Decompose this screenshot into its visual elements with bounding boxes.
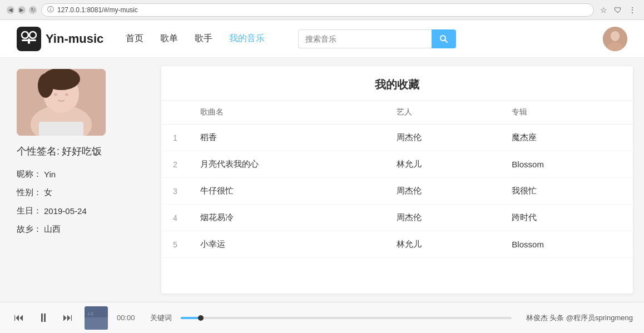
cell-artist: 林允儿: [385, 231, 501, 258]
info-value-nickname: Yin: [44, 170, 56, 179]
table-row[interactable]: 1 稻香 周杰伦 魔杰座: [161, 125, 633, 151]
info-row-hometown: 故乡： 山西: [17, 224, 145, 235]
play-pause-button[interactable]: ⏸: [36, 310, 51, 326]
navbar: Yin-music 首页 歌单 歌手 我的音乐: [0, 20, 644, 58]
player-progress[interactable]: [181, 317, 512, 319]
logo: Yin-music: [17, 27, 103, 51]
col-header-no: [161, 101, 189, 125]
col-header-album: 专辑: [501, 101, 633, 125]
search-input[interactable]: [298, 29, 432, 48]
nav-artist[interactable]: 歌手: [195, 33, 212, 44]
address-bar[interactable]: ⓘ 127.0.0.1:8081/#/my-music: [41, 3, 594, 17]
profile-avatar-image: [17, 69, 106, 136]
info-value-birthday: 2019-05-24: [44, 206, 87, 216]
cell-artist: 林允儿: [385, 151, 501, 178]
cell-album: Blossom: [501, 231, 633, 258]
forward-button[interactable]: ▶: [18, 6, 26, 14]
info-label-gender: 性别：: [17, 187, 42, 198]
info-label-birthday: 生日：: [17, 206, 42, 216]
cell-no: 3: [161, 178, 189, 205]
avatar-area: [603, 27, 627, 51]
svg-rect-3: [22, 39, 36, 41]
lock-icon: ⓘ: [47, 5, 54, 14]
svg-rect-18: [39, 122, 83, 136]
nav-links: 首页 歌单 歌手 我的音乐: [126, 33, 265, 44]
cell-artist: 周杰伦: [385, 125, 501, 151]
signature-bar: 个性签名: 好好吃饭: [17, 145, 145, 158]
progress-dot: [198, 315, 204, 321]
cell-song: 牛仔很忙: [189, 178, 385, 205]
cell-artist: 周杰伦: [385, 178, 501, 205]
cell-song: 月亮代表我的心: [189, 151, 385, 178]
cell-no: 2: [161, 151, 189, 178]
profile-panel: 个性签名: 好好吃饭 昵称： Yin 性别： 女 生日： 2019-05-24 …: [0, 58, 161, 302]
signature-label: 个性签名:: [17, 145, 60, 158]
nav-playlist[interactable]: 歌单: [160, 33, 178, 44]
progress-bar[interactable]: [181, 317, 512, 319]
player-right-info: 林俊杰 头条 @程序员springmeng: [526, 313, 633, 323]
avatar-image: [603, 27, 627, 51]
main-content: 个性签名: 好好吃饭 昵称： Yin 性别： 女 生日： 2019-05-24 …: [0, 58, 644, 302]
player-song-label: 关键词: [150, 313, 172, 323]
player-time: 00:00: [117, 314, 139, 322]
table-header-row: 歌曲名 艺人 专辑: [161, 101, 633, 125]
svg-point-16: [54, 93, 57, 96]
svg-point-0: [22, 32, 28, 38]
svg-point-15: [38, 73, 53, 98]
svg-point-9: [611, 31, 620, 41]
logo-icon: [17, 27, 41, 51]
table-row[interactable]: 4 烟花易冷 周杰伦 跨时代: [161, 205, 633, 231]
svg-text:♪♫: ♪♫: [87, 311, 93, 316]
nav-my-music[interactable]: 我的音乐: [229, 33, 265, 44]
cell-no: 5: [161, 231, 189, 258]
svg-rect-20: [85, 317, 108, 330]
cell-album: 我很忙: [501, 178, 633, 205]
cell-no: 4: [161, 205, 189, 231]
star-icon[interactable]: ☆: [598, 5, 608, 15]
logo-text: Yin-music: [46, 32, 103, 46]
table-row[interactable]: 3 牛仔很忙 周杰伦 我很忙: [161, 178, 633, 205]
info-label-nickname: 昵称：: [17, 169, 42, 180]
svg-point-1: [29, 32, 36, 38]
user-avatar[interactable]: [603, 27, 627, 51]
cell-artist: 周杰伦: [385, 205, 501, 231]
player-controls: ⏮ ⏸ ⏭: [11, 310, 76, 326]
browser-bar: ◀ ▶ ↻ ⓘ 127.0.0.1:8081/#/my-music ☆ 🛡 ⋮: [0, 0, 644, 20]
shield-icon[interactable]: 🛡: [613, 5, 623, 15]
svg-line-5: [445, 40, 447, 42]
next-button[interactable]: ⏭: [60, 310, 76, 326]
browser-actions: ☆ 🛡 ⋮: [598, 5, 637, 15]
info-value-hometown: 山西: [44, 224, 61, 235]
table-row[interactable]: 5 小幸运 林允儿 Blossom: [161, 231, 633, 258]
album-thumbnail: ♪♫: [85, 306, 108, 330]
info-row-nickname: 昵称： Yin: [17, 169, 145, 180]
cell-album: 魔杰座: [501, 125, 633, 151]
player-bar: ⏮ ⏸ ⏭ ♪♫ 00:00 关键词 林俊杰 头条 @程序员springmeng: [0, 302, 644, 333]
search-area: [298, 29, 581, 48]
back-button[interactable]: ◀: [7, 6, 14, 14]
url-text: 127.0.0.1:8081/#/my-music: [57, 6, 138, 14]
profile-info: 昵称： Yin 性别： 女 生日： 2019-05-24 故乡： 山西: [17, 169, 145, 235]
collection-panel: 我的收藏 歌曲名 艺人 专辑 1 稻香 周杰伦 魔杰座 2 月亮代表我的心 林允…: [161, 66, 633, 294]
nav-home[interactable]: 首页: [126, 33, 143, 44]
refresh-button[interactable]: ↻: [29, 6, 37, 14]
browser-controls: ◀ ▶ ↻: [7, 6, 37, 14]
album-thumb-image: ♪♫: [85, 306, 108, 330]
col-header-song: 歌曲名: [189, 101, 385, 125]
table-row[interactable]: 2 月亮代表我的心 林允儿 Blossom: [161, 151, 633, 178]
cell-no: 1: [161, 125, 189, 151]
svg-point-17: [65, 93, 68, 96]
menu-icon[interactable]: ⋮: [627, 5, 637, 15]
cell-song: 烟花易冷: [189, 205, 385, 231]
prev-button[interactable]: ⏮: [11, 310, 27, 326]
collection-title: 我的收藏: [161, 66, 633, 101]
collection-table: 歌曲名 艺人 专辑 1 稻香 周杰伦 魔杰座 2 月亮代表我的心 林允儿 Blo…: [161, 101, 633, 258]
search-button[interactable]: [432, 29, 456, 48]
cell-album: Blossom: [501, 151, 633, 178]
profile-avatar-large: [17, 69, 106, 136]
info-value-gender: 女: [44, 187, 52, 198]
info-row-birthday: 生日： 2019-05-24: [17, 206, 145, 216]
cell-song: 小幸运: [189, 231, 385, 258]
signature-value: 好好吃饭: [62, 145, 102, 158]
cell-song: 稻香: [189, 125, 385, 151]
